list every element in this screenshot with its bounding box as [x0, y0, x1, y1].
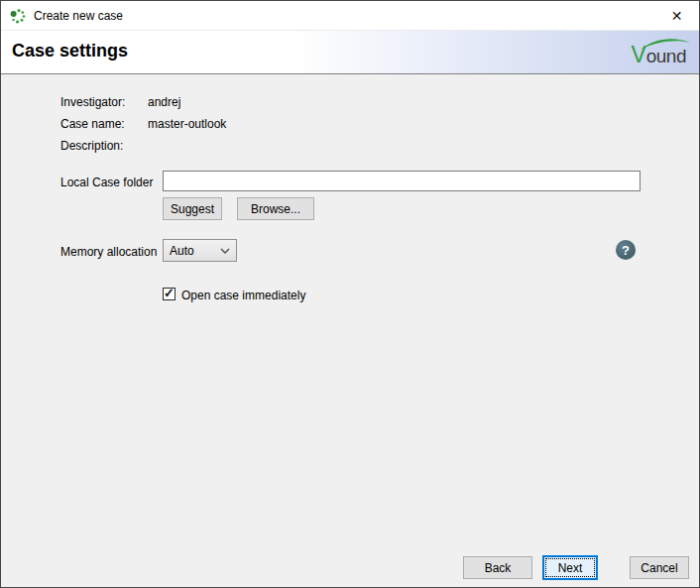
open-case-label: Open case immediately — [181, 289, 305, 302]
chevron-down-icon — [220, 248, 230, 254]
case-name-value: master-outlook — [148, 117, 226, 131]
memory-allocation-label: Memory allocation — [60, 245, 157, 259]
help-icon[interactable]: ? — [616, 240, 636, 260]
description-label: Description: — [60, 139, 123, 153]
page-title: Case settings — [12, 41, 128, 61]
titlebar[interactable]: Create new case ✕ — [1, 1, 699, 30]
close-button[interactable]: ✕ — [654, 1, 699, 30]
memory-allocation-dropdown[interactable]: Auto — [163, 239, 237, 262]
investigator-label: Investigator: — [60, 95, 125, 109]
cancel-button[interactable]: Cancel — [630, 556, 689, 579]
logo-swoosh-icon — [640, 37, 691, 51]
back-button[interactable]: Back — [463, 556, 532, 579]
window-title: Create new case — [34, 9, 123, 23]
browse-button[interactable]: Browse... — [237, 197, 314, 220]
close-icon: ✕ — [671, 8, 683, 24]
investigator-value: andrej — [148, 95, 180, 109]
open-case-checkbox[interactable]: ✓ — [163, 288, 175, 300]
header-banner: Case settings Vound — [1, 30, 699, 74]
next-button[interactable]: Next — [542, 555, 598, 580]
memory-allocation-value: Auto — [170, 244, 194, 258]
case-name-label: Case name: — [60, 117, 125, 131]
help-glyph: ? — [622, 243, 630, 258]
create-new-case-dialog: Create new case ✕ Case settings Vound In… — [0, 0, 700, 588]
suggest-button[interactable]: Suggest — [163, 197, 222, 220]
app-logo-icon — [10, 8, 26, 24]
vound-logo: Vound — [631, 42, 686, 67]
local-case-folder-label: Local Case folder — [60, 176, 153, 189]
local-case-folder-input[interactable] — [163, 171, 641, 191]
checkmark-icon: ✓ — [164, 286, 175, 300]
